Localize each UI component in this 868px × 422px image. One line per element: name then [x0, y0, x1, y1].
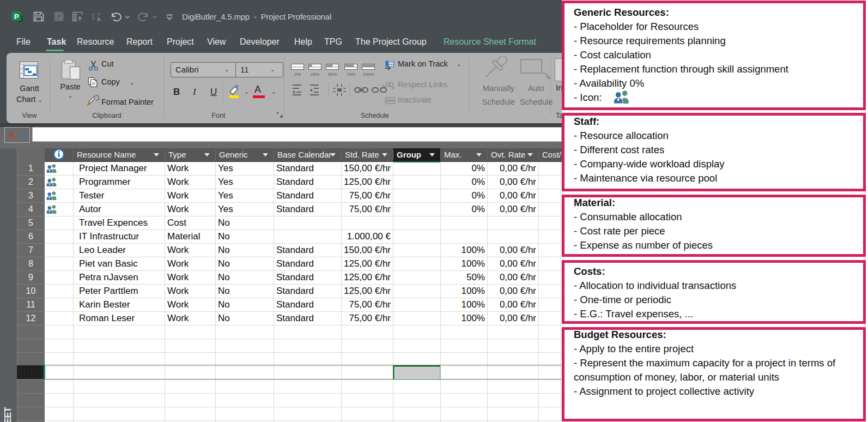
- svg-text:P: P: [14, 13, 19, 21]
